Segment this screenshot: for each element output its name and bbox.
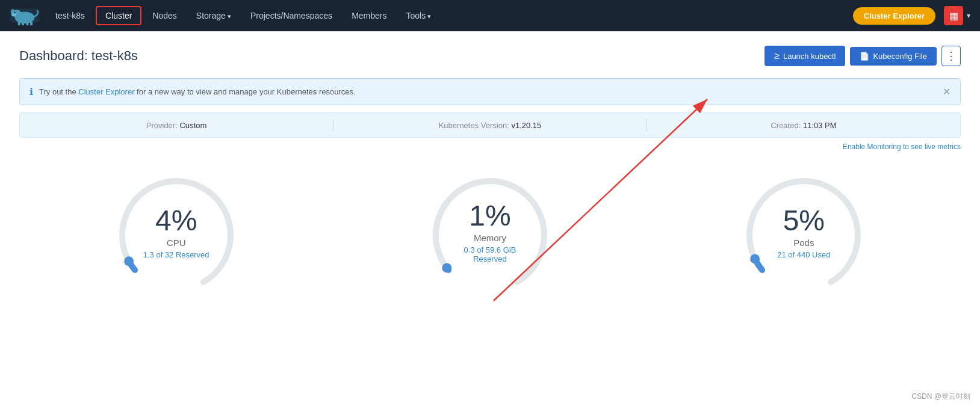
nav-item-projects[interactable]: Projects/Namespaces xyxy=(242,7,341,24)
metric-card-memory: 1% Memory 0.3 of 59.6 GiB Reserved xyxy=(400,169,580,301)
gauge-percent-cpu: 4% xyxy=(143,206,209,235)
logo[interactable] xyxy=(10,5,40,26)
svg-point-10 xyxy=(124,256,134,266)
gauge-center-memory: 1% Memory 0.3 of 59.6 GiB Reserved xyxy=(457,201,523,263)
gauge-center-pods: 5% Pods 21 of 440 Used xyxy=(777,206,830,259)
gauge-wrapper-memory: 1% Memory 0.3 of 59.6 GiB Reserved xyxy=(424,169,556,301)
gauge-wrapper-pods: 5% Pods 21 of 440 Used xyxy=(737,169,870,301)
terminal-icon: ≥ xyxy=(774,51,780,61)
dashboard-title: Dashboard: test-k8s xyxy=(19,48,138,64)
gauge-wrapper-cpu: 4% CPU 1.3 of 32 Reserved xyxy=(110,169,243,301)
user-dropdown-arrow[interactable]: ▾ xyxy=(967,11,970,20)
navigation: test-k8s Cluster Nodes Storage Projects/… xyxy=(0,0,980,31)
metric-card-pods: 5% Pods 21 of 440 Used xyxy=(713,169,894,301)
k8s-version-info: Kubernetes Version: v1.20.15 xyxy=(333,121,647,130)
gauge-label-pods: Pods xyxy=(777,238,830,248)
svg-point-4 xyxy=(11,13,16,17)
svg-rect-8 xyxy=(26,22,28,26)
svg-point-11 xyxy=(442,263,451,272)
header-actions: ≥ Launch kubectl 📄 Kubeconfig File ⋮ xyxy=(764,46,961,66)
provider-info: Provider: Custom xyxy=(20,121,333,130)
metrics-section: 4% CPU 1.3 of 32 Reserved 1% Memory 0.3 … xyxy=(19,163,961,313)
gauge-label-memory: Memory xyxy=(457,233,523,243)
created-info: Created: 11:03 PM xyxy=(647,121,960,130)
info-banner-text: Try out the Cluster Explorer for a new w… xyxy=(39,87,937,96)
kubeconfig-file-button[interactable]: 📄 Kubeconfig File xyxy=(850,47,937,66)
enable-monitoring-link[interactable]: Enable Monitoring to see live metrics xyxy=(19,143,961,151)
info-icon: ℹ xyxy=(29,86,33,97)
svg-rect-6 xyxy=(18,22,20,26)
dashboard-header: Dashboard: test-k8s ≥ Launch kubectl 📄 K… xyxy=(19,46,961,66)
cluster-info-bar: Provider: Custom Kubernetes Version: v1.… xyxy=(19,112,961,138)
gauge-sub-pods[interactable]: 21 of 440 Used xyxy=(777,250,830,259)
nav-item-tools[interactable]: Tools xyxy=(397,7,439,24)
nav-item-cluster[interactable]: Cluster xyxy=(96,6,141,25)
gauge-percent-memory: 1% xyxy=(457,201,523,230)
info-banner: ℹ Try out the Cluster Explorer for a new… xyxy=(19,78,961,105)
svg-rect-9 xyxy=(30,22,33,26)
user-avatar[interactable]: ▦ xyxy=(944,6,963,25)
gauge-sub-cpu[interactable]: 1.3 of 32 Reserved xyxy=(143,250,209,259)
gauge-center-cpu: 4% CPU 1.3 of 32 Reserved xyxy=(143,206,209,259)
svg-rect-7 xyxy=(22,22,24,26)
file-icon: 📄 xyxy=(860,52,869,61)
close-banner-button[interactable]: ✕ xyxy=(943,86,951,97)
nav-item-nodes[interactable]: Nodes xyxy=(144,7,185,24)
main-content: Dashboard: test-k8s ≥ Launch kubectl 📄 K… xyxy=(0,31,980,328)
cluster-explorer-button[interactable]: Cluster Explorer xyxy=(853,7,935,25)
cluster-explorer-link[interactable]: Cluster Explorer xyxy=(78,87,134,96)
gauge-label-cpu: CPU xyxy=(143,238,209,248)
svg-point-12 xyxy=(750,254,760,263)
more-options-button[interactable]: ⋮ xyxy=(941,46,961,66)
nav-cluster-name[interactable]: test-k8s xyxy=(47,7,93,24)
launch-kubectl-button[interactable]: ≥ Launch kubectl xyxy=(764,46,845,66)
gauge-sub-memory[interactable]: 0.3 of 59.6 GiB Reserved xyxy=(457,245,523,263)
svg-point-5 xyxy=(14,12,15,13)
avatar-icon: ▦ xyxy=(949,10,958,22)
metric-card-cpu: 4% CPU 1.3 of 32 Reserved xyxy=(86,169,267,301)
nav-item-members[interactable]: Members xyxy=(343,7,395,24)
nav-item-storage[interactable]: Storage xyxy=(188,7,240,24)
gauge-percent-pods: 5% xyxy=(777,206,830,235)
